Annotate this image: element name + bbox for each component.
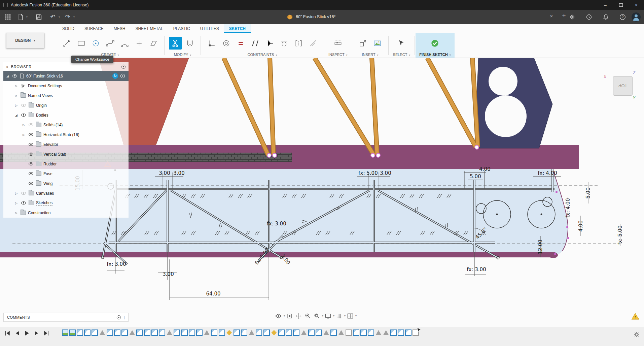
browser-item-horizontal-stab-16[interactable]: ▷Horizontal Stab (16) xyxy=(3,130,129,139)
browser-root-item[interactable]: ◢ 60" Fusion Stick v16 ↻ xyxy=(3,71,129,81)
browser-item-named-views[interactable]: ▷Named Views xyxy=(3,91,129,100)
browser-item-bodies[interactable]: ◢Bodies xyxy=(3,110,129,120)
timeline-feature-sketch[interactable] xyxy=(174,329,180,336)
symmetry-constraint-icon[interactable] xyxy=(292,37,305,50)
expand-icon[interactable]: ▷ xyxy=(14,211,19,215)
rectangle-tool-icon[interactable] xyxy=(75,37,87,50)
visibility-eye-icon[interactable] xyxy=(28,123,34,126)
timeline-feature-sketch[interactable] xyxy=(263,329,270,336)
browser-item-sketches[interactable]: ▷Sketches xyxy=(3,198,129,208)
view-cube-top-face[interactable]: TOP xyxy=(613,76,633,96)
dimension-label[interactable]: 3.00 xyxy=(159,170,170,176)
browser-item-solids-14[interactable]: ▷Solids (14) xyxy=(3,120,129,130)
collapse-panel-icon[interactable]: « xyxy=(6,65,8,69)
inspect-group-label[interactable]: INSPECT ▾ xyxy=(328,52,348,57)
expand-icon[interactable]: ▷ xyxy=(14,94,19,97)
timeline-feature-sketch[interactable] xyxy=(234,329,240,336)
timeline-feature-hole[interactable] xyxy=(226,329,232,336)
dimension-label[interactable]: fx: 3.00 xyxy=(107,261,126,267)
select-tool-icon[interactable] xyxy=(395,37,408,50)
visibility-eye-icon[interactable] xyxy=(12,74,18,77)
timeline-feature-image[interactable] xyxy=(69,329,76,336)
select-group-label[interactable]: SELECT ▾ xyxy=(393,52,410,57)
browser-item-document-settings[interactable]: ▷Document Settings xyxy=(3,81,129,91)
circle-tool-icon[interactable] xyxy=(89,37,102,50)
dimension-label[interactable]: 3.00 xyxy=(163,271,174,277)
visibility-eye-icon[interactable] xyxy=(28,133,34,136)
dimension-label[interactable]: fx: 3.00 xyxy=(267,221,286,227)
insert-canvas-icon[interactable] xyxy=(371,37,384,50)
timeline-feature-sketch[interactable] xyxy=(293,329,299,336)
visibility-eye-icon[interactable] xyxy=(21,192,27,195)
trim-tool-icon[interactable] xyxy=(169,37,182,50)
perpendicular-constraint-icon[interactable] xyxy=(263,37,276,50)
timeline-feature-sketch[interactable] xyxy=(405,329,412,336)
project-tool-icon[interactable] xyxy=(147,37,160,50)
pan-icon[interactable] xyxy=(294,311,303,320)
coincident-constraint-icon[interactable] xyxy=(205,37,218,50)
tab-close-icon[interactable]: × xyxy=(548,13,555,19)
zoom-icon[interactable] xyxy=(303,311,312,320)
model-canvas[interactable]: 15.003.003.00fx: 5.003.004.005.00fx: 4.0… xyxy=(0,58,644,327)
timeline-feature-sketch[interactable] xyxy=(353,329,359,336)
look-at-icon[interactable] xyxy=(285,311,294,320)
maximize-button[interactable] xyxy=(613,0,629,10)
panel-options-icon[interactable] xyxy=(121,64,126,69)
dimension-label[interactable]: 5.00 xyxy=(585,187,591,198)
dimension-label[interactable]: fx: 5.00 xyxy=(617,225,623,245)
tangent-constraint-icon[interactable] xyxy=(278,37,290,50)
expand-icon[interactable]: ▷ xyxy=(14,84,19,88)
browser-item-construction[interactable]: ▷Construction xyxy=(3,208,129,218)
dimension-label[interactable]: fx: 4.00 xyxy=(565,198,571,217)
timeline-feature-loft[interactable] xyxy=(129,329,135,336)
timeline-feature-sketch[interactable] xyxy=(181,329,188,336)
timeline-feature-sketch[interactable] xyxy=(151,329,158,336)
visibility-eye-icon[interactable] xyxy=(28,162,34,165)
offset-tool-icon[interactable] xyxy=(183,37,196,50)
visibility-eye-icon[interactable] xyxy=(21,114,27,117)
redo-icon[interactable]: ↷ xyxy=(63,12,73,22)
timeline-feature-sketch[interactable] xyxy=(316,329,322,336)
save-icon[interactable] xyxy=(34,12,44,22)
display-settings-icon[interactable] xyxy=(323,311,332,320)
finish-sketch-label[interactable]: FINISH SKETCH ▾ xyxy=(419,52,451,57)
comments-options-icon[interactable] xyxy=(116,315,121,320)
app-grid-icon[interactable] xyxy=(3,12,13,22)
timeline-feature-sketch[interactable] xyxy=(286,329,292,336)
timeline-feature-sketch[interactable] xyxy=(256,329,262,336)
expand-icon[interactable]: ▷ xyxy=(22,133,26,136)
center-badge-icon[interactable] xyxy=(120,73,125,78)
timeline-marker-cursor[interactable] xyxy=(417,327,421,334)
dimension-label[interactable]: 64.00 xyxy=(206,291,221,297)
timeline-feature-sketch[interactable] xyxy=(159,329,165,336)
dimension-label[interactable]: 4.00 xyxy=(578,220,584,231)
timeline-feature-sketch[interactable] xyxy=(308,329,315,336)
insert-group-label[interactable]: INSERT ▾ xyxy=(362,52,379,57)
file-menu-caret-icon[interactable]: ▾ xyxy=(26,15,28,19)
timeline-feature-loft[interactable] xyxy=(99,329,106,336)
browser-item-canvases[interactable]: ▷Canvases xyxy=(3,188,129,198)
equal-constraint-icon[interactable] xyxy=(234,37,247,50)
timeline-feature-sketch[interactable] xyxy=(278,329,285,336)
spline-tool-icon[interactable] xyxy=(104,37,116,50)
measure-tool-icon[interactable] xyxy=(331,37,344,50)
dimension-label[interactable]: 3.00 xyxy=(380,170,391,176)
panel-handle[interactable]: | xyxy=(124,315,125,319)
document-tab[interactable]: 60" Fusion Stick v16* xyxy=(287,10,335,24)
timeline-feature-sketch[interactable] xyxy=(114,329,120,336)
timeline-feature-loft[interactable] xyxy=(301,329,307,336)
timeline-feature-hole[interactable] xyxy=(271,329,277,336)
curvature-constraint-icon[interactable] xyxy=(307,37,319,50)
dimension-label[interactable]: 5.00 xyxy=(470,174,481,180)
insert-derive-icon[interactable] xyxy=(357,37,369,50)
visibility-eye-icon[interactable] xyxy=(28,153,34,156)
redo-caret-icon[interactable]: ▾ xyxy=(73,15,75,19)
browser-item-fuse[interactable]: Fuse xyxy=(3,169,129,179)
expand-icon[interactable]: ▷ xyxy=(14,201,19,205)
timeline-feature-sketch[interactable] xyxy=(84,329,91,336)
step-back-icon[interactable] xyxy=(14,330,21,337)
extensions-icon[interactable] xyxy=(567,12,577,22)
timeline-feature-sketch[interactable] xyxy=(398,329,404,336)
viewports-icon[interactable] xyxy=(346,311,355,320)
timeline-feature-sketch[interactable] xyxy=(211,329,217,336)
